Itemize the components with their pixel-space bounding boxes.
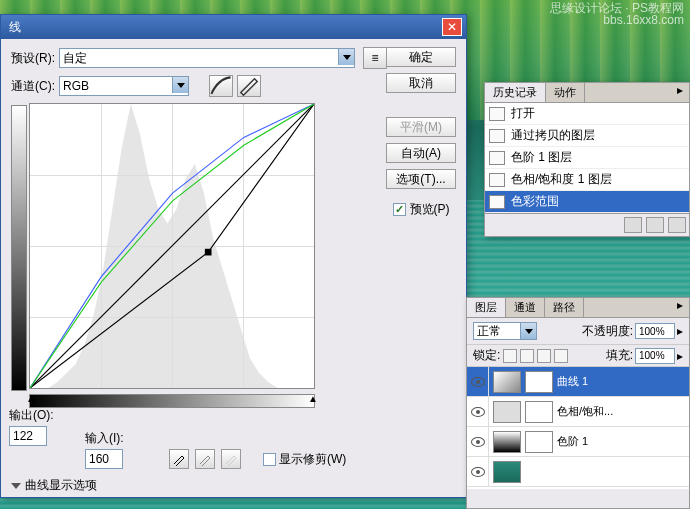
layer-row[interactable] [467, 457, 689, 487]
history-step-icon [489, 129, 505, 143]
preset-label: 预设(R): [11, 50, 55, 67]
tab-history[interactable]: 历史记录 [485, 83, 546, 102]
trash-icon[interactable] [668, 217, 686, 233]
chevron-down-icon[interactable] [172, 77, 188, 93]
tab-channels[interactable]: 通道 [506, 298, 545, 317]
layer-thumbnail[interactable] [493, 461, 521, 483]
options-button[interactable]: 选项(T)... [386, 169, 456, 189]
output-gradient [11, 105, 27, 391]
layer-row[interactable]: 曲线 1 [467, 367, 689, 397]
fill-label: 填充: [606, 347, 633, 364]
panel-menu-icon[interactable]: ▸ [671, 83, 689, 102]
layer-mask-thumbnail[interactable] [525, 401, 553, 423]
eye-icon [471, 437, 485, 447]
channel-select[interactable] [59, 76, 189, 96]
layer-name-label: 色阶 1 [557, 434, 588, 449]
curves-dialog: 线 ✕ 预设(R): ≡ 通道(C): [0, 14, 467, 498]
display-options-toggle[interactable]: 曲线显示选项 [25, 477, 97, 494]
point-curve-tool[interactable] [209, 75, 233, 97]
layer-row[interactable]: 色相/饱和... [467, 397, 689, 427]
layer-name-label: 色相/饱和... [557, 404, 613, 419]
history-item[interactable]: 色相/饱和度 1 图层 [485, 169, 689, 191]
history-item-label: 打开 [511, 105, 535, 122]
history-item[interactable]: 色阶 1 图层 [485, 147, 689, 169]
output-label: 输出(O): [9, 407, 54, 424]
tab-paths[interactable]: 路径 [545, 298, 584, 317]
layer-mask-thumbnail[interactable] [525, 431, 553, 453]
layer-row[interactable]: 色阶 1 [467, 427, 689, 457]
visibility-toggle[interactable] [467, 367, 489, 396]
channel-label: 通道(C): [11, 78, 55, 95]
chevron-right-icon[interactable]: ▸ [677, 349, 683, 363]
history-item-label: 色阶 1 图层 [511, 149, 572, 166]
black-point-eyedropper[interactable] [169, 449, 189, 469]
opacity-field[interactable] [635, 323, 675, 339]
history-item[interactable]: 通过拷贝的图层 [485, 125, 689, 147]
history-step-icon [489, 173, 505, 187]
visibility-toggle[interactable] [467, 427, 489, 456]
input-field[interactable] [85, 449, 123, 469]
pencil-curve-tool[interactable] [237, 75, 261, 97]
layers-panel: 图层 通道 路径 ▸ 不透明度: ▸ 锁定: 填充: ▸ 曲线 1色相/饱和..… [466, 297, 690, 509]
svg-rect-1 [205, 249, 212, 256]
layer-name-label: 曲线 1 [557, 374, 588, 389]
chevron-right-icon[interactable]: ▸ [677, 324, 683, 338]
dialog-titlebar[interactable]: 线 ✕ [1, 15, 466, 39]
lock-transparency-icon[interactable] [503, 349, 517, 363]
chevron-down-icon[interactable] [338, 49, 354, 65]
tab-layers[interactable]: 图层 [467, 298, 506, 317]
eye-icon [471, 377, 485, 387]
new-snapshot-icon[interactable] [646, 217, 664, 233]
history-step-icon [489, 107, 505, 121]
auto-button[interactable]: 自动(A) [386, 143, 456, 163]
fill-field[interactable] [635, 348, 675, 364]
layer-mask-thumbnail[interactable] [525, 371, 553, 393]
preview-label: 预览(P) [410, 201, 450, 218]
history-item[interactable]: 色彩范围 [485, 191, 689, 213]
visibility-toggle[interactable] [467, 397, 489, 426]
chevron-down-icon[interactable] [11, 483, 21, 489]
cancel-button[interactable]: 取消 [386, 73, 456, 93]
preset-select[interactable] [59, 48, 355, 68]
preview-checkbox[interactable] [393, 203, 406, 216]
history-panel: 历史记录 动作 ▸ 打开通过拷贝的图层色阶 1 图层色相/饱和度 1 图层色彩范… [484, 82, 690, 237]
dialog-title: 线 [9, 19, 21, 36]
visibility-toggle[interactable] [467, 457, 489, 486]
input-label: 输入(I): [85, 430, 124, 447]
layer-thumbnail[interactable] [493, 371, 521, 393]
watermark-top: 思缘设计论坛 · PS教程网 bbs.16xx8.com [550, 2, 684, 26]
show-clipping-checkbox[interactable] [263, 453, 276, 466]
create-document-icon[interactable] [624, 217, 642, 233]
history-item[interactable]: 打开 [485, 103, 689, 125]
lock-paint-icon[interactable] [520, 349, 534, 363]
opacity-label: 不透明度: [582, 323, 633, 340]
eye-icon [471, 467, 485, 477]
preset-menu-button[interactable]: ≡ [363, 47, 387, 69]
lock-all-icon[interactable] [554, 349, 568, 363]
history-item-label: 色彩范围 [511, 193, 559, 210]
curve-editor[interactable] [29, 103, 315, 389]
chevron-down-icon[interactable] [520, 323, 536, 339]
show-clipping-label: 显示修剪(W) [279, 451, 346, 468]
history-item-label: 通过拷贝的图层 [511, 127, 595, 144]
tab-actions[interactable]: 动作 [546, 83, 585, 102]
close-button[interactable]: ✕ [442, 18, 462, 36]
curve-lines [30, 104, 314, 388]
white-point-eyedropper[interactable] [221, 449, 241, 469]
lock-position-icon[interactable] [537, 349, 551, 363]
layer-thumbnail[interactable] [493, 431, 521, 453]
panel-menu-icon[interactable]: ▸ [671, 298, 689, 317]
smooth-button[interactable]: 平滑(M) [386, 117, 456, 137]
history-item-label: 色相/饱和度 1 图层 [511, 171, 612, 188]
layer-thumbnail[interactable] [493, 401, 521, 423]
eye-icon [471, 407, 485, 417]
output-field[interactable] [9, 426, 47, 446]
lock-label: 锁定: [473, 347, 500, 364]
ok-button[interactable]: 确定 [386, 47, 456, 67]
history-step-icon [489, 151, 505, 165]
gray-point-eyedropper[interactable] [195, 449, 215, 469]
input-gradient: ▲ ▲ [29, 394, 315, 408]
history-step-icon [489, 195, 505, 209]
